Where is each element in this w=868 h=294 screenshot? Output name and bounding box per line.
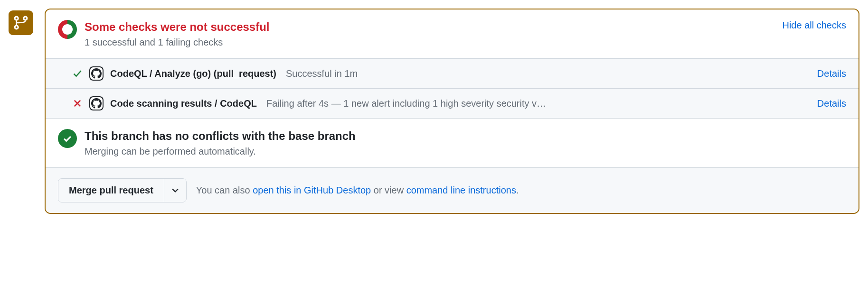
checks-status-title: Some checks were not successful — [85, 20, 270, 34]
merge-button-group: Merge pull request — [58, 178, 187, 202]
merge-status-section: This branch has no conflicts with the ba… — [46, 119, 859, 167]
timeline-git-badge — [9, 10, 33, 35]
check-success-icon — [72, 69, 83, 78]
footer-text: . — [516, 185, 519, 195]
github-icon — [89, 66, 104, 81]
check-desc: Successful in 1m — [286, 68, 811, 79]
checks-status-subtitle: 1 successful and 1 failing checks — [85, 37, 846, 48]
merge-pull-request-button[interactable]: Merge pull request — [58, 179, 164, 202]
merge-panel: Some checks were not successful Hide all… — [45, 9, 859, 214]
checks-status-section: Some checks were not successful Hide all… — [46, 9, 859, 58]
merge-status-subtitle: Merging can be performed automatically. — [85, 146, 846, 157]
merge-options-caret-button[interactable] — [164, 179, 186, 202]
check-desc: Failing after 4s — 1 new alert including… — [266, 98, 811, 109]
command-line-instructions-link[interactable]: command line instructions — [406, 185, 516, 195]
chevron-down-icon — [172, 188, 179, 193]
checks-donut-icon — [58, 20, 77, 39]
footer-text: You can also — [196, 185, 253, 195]
check-details-link[interactable]: Details — [817, 98, 846, 109]
merge-footer-text: You can also open this in GitHub Desktop… — [196, 185, 519, 196]
check-details-link[interactable]: Details — [817, 68, 846, 79]
git-branch-icon — [14, 16, 28, 30]
hide-all-checks-link[interactable]: Hide all checks — [782, 20, 846, 31]
open-github-desktop-link[interactable]: open this in GitHub Desktop — [253, 185, 371, 195]
svg-point-1 — [24, 17, 27, 20]
checks-list: CodeQL / Analyze (go) (pull_request) Suc… — [46, 58, 859, 119]
svg-point-2 — [15, 26, 18, 29]
check-name: Code scanning results / CodeQL — [110, 98, 257, 109]
merge-footer: Merge pull request You can also open thi… — [46, 167, 859, 213]
github-icon — [89, 96, 104, 110]
merge-status-title: This branch has no conflicts with the ba… — [85, 129, 846, 143]
footer-text: or view — [371, 185, 406, 195]
check-row: Code scanning results / CodeQL Failing a… — [46, 89, 859, 119]
check-fail-icon — [72, 99, 83, 108]
check-name: CodeQL / Analyze (go) (pull_request) — [110, 68, 276, 79]
merge-ok-icon — [58, 129, 77, 148]
check-row: CodeQL / Analyze (go) (pull_request) Suc… — [46, 59, 859, 89]
svg-point-0 — [15, 17, 18, 20]
